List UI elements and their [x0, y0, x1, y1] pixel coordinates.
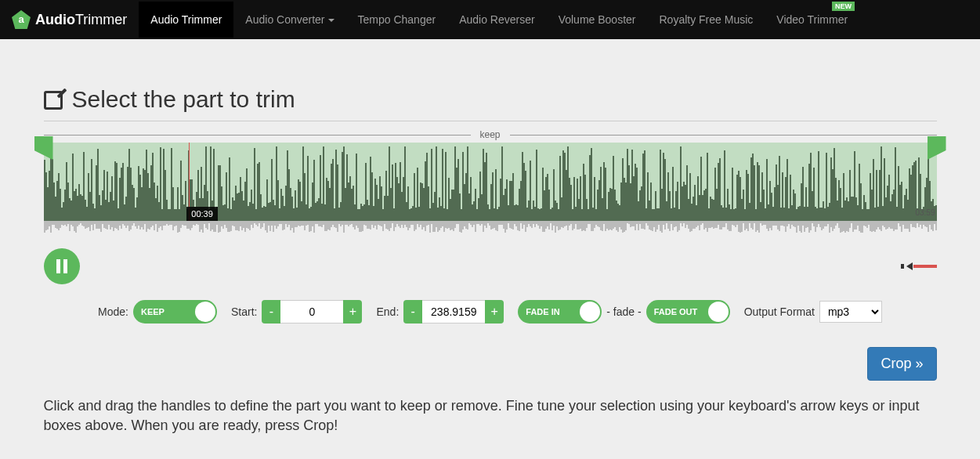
fade-in-toggle[interactable]: FADE IN — [518, 300, 602, 323]
playback-controls — [44, 248, 937, 284]
start-decrement[interactable]: - — [262, 300, 280, 323]
nav-volume-booster[interactable]: Volume Booster — [547, 2, 648, 38]
page-title: Select the part to trim — [72, 86, 295, 113]
playhead-time: 00:39 — [186, 207, 218, 221]
end-time: 03:59 — [915, 208, 935, 217]
output-format-label: Output Format — [744, 305, 815, 318]
end-input[interactable] — [422, 300, 485, 323]
new-badge: NEW — [832, 2, 855, 11]
fade-divider: - fade - — [606, 305, 641, 318]
chevron-down-icon — [328, 19, 335, 22]
fade-out-toggle[interactable]: FADE OUT — [646, 300, 730, 323]
end-increment[interactable]: + — [485, 300, 504, 323]
navbar: AudioTrimmer Audio Trimmer Audio Convert… — [0, 0, 980, 39]
mode-toggle[interactable]: KEEP — [133, 300, 217, 323]
pause-button[interactable] — [44, 248, 80, 284]
volume-slider[interactable] — [913, 265, 937, 268]
edit-icon — [44, 89, 64, 110]
waveform-top — [44, 143, 937, 221]
nav-royalty-free-music[interactable]: Royalty Free Music — [648, 2, 765, 38]
main-nav: Audio Trimmer Audio Converter Tempo Chan… — [139, 0, 859, 39]
pause-icon — [56, 259, 67, 273]
end-decrement[interactable]: - — [403, 300, 422, 323]
keep-label: keep — [44, 129, 937, 140]
crop-button[interactable]: Crop » — [867, 347, 936, 381]
start-increment[interactable]: + — [343, 300, 362, 323]
nav-audio-converter[interactable]: Audio Converter — [233, 2, 345, 38]
output-format-select[interactable]: mp3 — [819, 301, 882, 323]
nav-tempo-changer[interactable]: Tempo Changer — [346, 2, 448, 38]
page-header: Select the part to trim — [44, 55, 937, 121]
handle-right[interactable] — [928, 136, 946, 160]
speaker-icon — [901, 264, 904, 269]
volume-control[interactable] — [901, 262, 937, 270]
waveform-bottom — [44, 221, 937, 237]
waveform-area[interactable]: 00:39 03:59 — [44, 143, 937, 237]
main-container: Select the part to trim keep 00:39 03:59… — [32, 55, 949, 436]
start-input[interactable] — [280, 300, 343, 323]
nav-video-trimmer[interactable]: NEWVideo Trimmer — [765, 2, 859, 38]
nav-audio-trimmer[interactable]: Audio Trimmer — [139, 2, 233, 38]
nav-audio-reverser[interactable]: Audio Reverser — [447, 2, 547, 38]
instructions-text: Click and drag the handles to define the… — [44, 396, 937, 436]
settings-row: Mode: KEEP Start: - + End: - + — [44, 300, 937, 323]
start-label: Start: — [231, 305, 257, 318]
logo-text: AudioTrimmer — [35, 12, 127, 28]
end-label: End: — [376, 305, 399, 318]
logo-icon — [12, 10, 31, 29]
brand-logo[interactable]: AudioTrimmer — [12, 10, 127, 29]
mode-label: Mode: — [98, 305, 128, 318]
